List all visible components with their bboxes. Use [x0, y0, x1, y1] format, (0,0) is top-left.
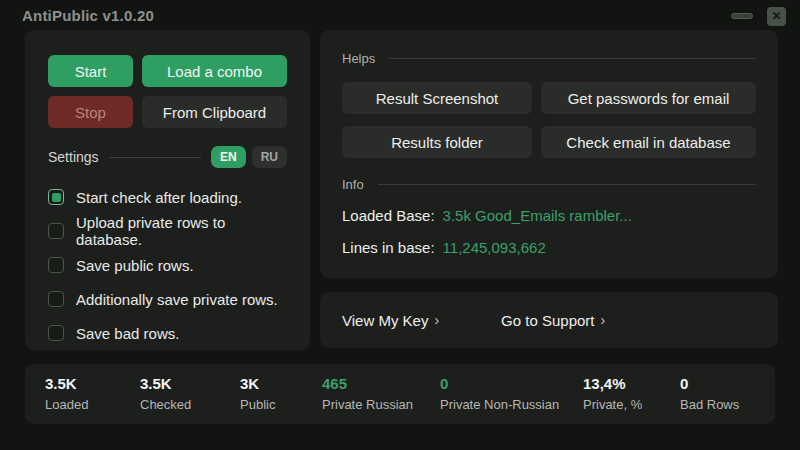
stat-label: Loaded: [45, 396, 140, 414]
checkbox-icon[interactable]: [48, 291, 64, 307]
checkbox-start-check-after-loading[interactable]: Start check after loading.: [48, 180, 287, 214]
language-en-toggle[interactable]: EN: [211, 146, 246, 168]
settings-header: Settings EN RU: [48, 146, 287, 168]
checkbox-label: Start check after loading.: [76, 189, 242, 206]
from-clipboard-button[interactable]: From Clipboard: [142, 96, 287, 128]
go-to-support-label: Go to Support: [501, 312, 594, 329]
view-my-key-link[interactable]: View My Key ›: [342, 312, 439, 329]
stat-private-russian: 465 Private Russian: [322, 374, 440, 414]
control-panel: Start Load a combo Stop From Clipboard S…: [25, 30, 310, 350]
checkbox-label: Save bad rows.: [76, 325, 179, 342]
stat-bad-rows: 0 Bad Rows: [680, 374, 739, 414]
titlebar: AntiPublic v1.0.20 ✕: [0, 0, 800, 30]
loaded-base-row: Loaded Base: 3.5k Good_Emails rambler...: [342, 207, 756, 224]
checkbox-icon[interactable]: [48, 325, 64, 341]
load-combo-button[interactable]: Load a combo: [142, 55, 287, 87]
stat-value: 0: [440, 374, 583, 394]
checkbox-icon[interactable]: [48, 189, 64, 205]
start-button[interactable]: Start: [48, 55, 133, 87]
result-screenshot-button[interactable]: Result Screenshot: [342, 82, 532, 114]
links-panel: View My Key › Go to Support ›: [320, 292, 778, 348]
settings-checkbox-list: Start check after loading. Upload privat…: [48, 180, 287, 350]
stat-value: 13,4%: [583, 374, 680, 394]
app-title: AntiPublic v1.0.20: [22, 7, 154, 24]
checkbox-upload-private-rows[interactable]: Upload private rows to database.: [48, 214, 287, 248]
checkbox-label: Upload private rows to database.: [76, 214, 287, 248]
checkbox-save-public-rows[interactable]: Save public rows.: [48, 248, 287, 282]
stat-value: 3K: [240, 374, 322, 394]
settings-label: Settings: [48, 149, 99, 165]
go-to-support-link[interactable]: Go to Support ›: [501, 312, 605, 329]
settings-divider: [109, 157, 201, 158]
stop-button[interactable]: Stop: [48, 96, 133, 128]
checkbox-icon[interactable]: [48, 257, 64, 273]
stat-loaded: 3.5K Loaded: [45, 374, 140, 414]
checkbox-label: Additionally save private rows.: [76, 291, 278, 308]
close-icon[interactable]: ✕: [767, 7, 786, 26]
checkbox-additionally-save-private-rows[interactable]: Additionally save private rows.: [48, 282, 287, 316]
helps-buttons: Result Screenshot Get passwords for emai…: [342, 82, 756, 158]
stat-label: Private, %: [583, 396, 680, 414]
stat-value: 3.5K: [140, 374, 240, 394]
lines-in-base-row: Lines in base: 11,245,093,662: [342, 239, 756, 256]
stats-bar: 3.5K Loaded 3.5K Checked 3K Public 465 P…: [25, 364, 775, 424]
stat-checked: 3.5K Checked: [140, 374, 240, 414]
lines-in-base-value: 11,245,093,662: [443, 239, 546, 256]
view-my-key-label: View My Key: [342, 312, 428, 329]
get-passwords-for-email-button[interactable]: Get passwords for email: [541, 82, 756, 114]
stat-label: Checked: [140, 396, 240, 414]
info-divider: [378, 184, 756, 185]
loaded-base-label: Loaded Base:: [342, 207, 435, 224]
stat-public: 3K Public: [240, 374, 322, 414]
window-controls: ✕: [731, 6, 786, 26]
helps-info-panel: Helps Result Screenshot Get passwords fo…: [320, 30, 778, 278]
action-buttons: Start Load a combo Stop From Clipboard: [48, 55, 287, 128]
check-email-in-database-button[interactable]: Check email in database: [541, 126, 756, 158]
results-folder-button[interactable]: Results folder: [342, 126, 532, 158]
stat-private-percent: 13,4% Private, %: [583, 374, 680, 414]
stat-label: Public: [240, 396, 322, 414]
lines-in-base-label: Lines in base:: [342, 239, 435, 256]
language-ru-toggle[interactable]: RU: [252, 146, 287, 168]
info-header: Info: [342, 176, 756, 192]
loaded-base-value: 3.5k Good_Emails rambler...: [443, 207, 632, 224]
stat-label: Private Russian: [322, 396, 440, 414]
checkbox-save-bad-rows[interactable]: Save bad rows.: [48, 316, 287, 350]
stat-value: 465: [322, 374, 440, 394]
stat-label: Bad Rows: [680, 396, 739, 414]
helps-divider: [389, 58, 756, 59]
helps-label: Helps: [342, 51, 375, 66]
minimize-icon[interactable]: [731, 13, 753, 19]
checkbox-label: Save public rows.: [76, 257, 194, 274]
stat-label: Private Non-Russian: [440, 396, 583, 414]
chevron-right-icon: ›: [601, 312, 606, 328]
stat-value: 3.5K: [45, 374, 140, 394]
helps-header: Helps: [342, 50, 756, 66]
info-label: Info: [342, 177, 364, 192]
stat-value: 0: [680, 374, 739, 394]
stat-private-non-russian: 0 Private Non-Russian: [440, 374, 583, 414]
checkbox-icon[interactable]: [48, 223, 64, 239]
chevron-right-icon: ›: [434, 312, 439, 328]
